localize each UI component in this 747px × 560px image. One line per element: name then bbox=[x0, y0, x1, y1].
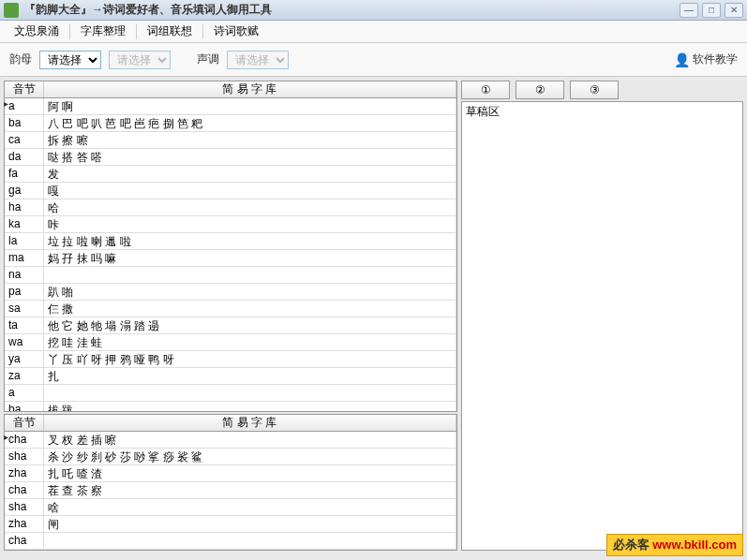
tab-2[interactable]: ② bbox=[515, 81, 564, 99]
cell-chars: 闸 bbox=[44, 516, 456, 532]
table-row[interactable]: sa仨 撒 bbox=[5, 301, 456, 317]
table-row[interactable]: da哒 搭 答 嗒 bbox=[5, 149, 456, 166]
draft-area[interactable]: 草稿区 bbox=[461, 101, 743, 551]
close-button[interactable]: ✕ bbox=[725, 3, 743, 18]
col-syllable[interactable]: 音节 bbox=[5, 81, 44, 97]
cell-syllable: zha bbox=[5, 465, 44, 481]
table-2-header: 音节 简 易 字 库 bbox=[5, 415, 456, 432]
cell-chars: 八 巴 吧 叭 芭 吧 岜 疤 捌 笆 粑 bbox=[44, 115, 456, 131]
cell-syllable: ga bbox=[5, 183, 44, 199]
cell-syllable: ca bbox=[5, 132, 44, 148]
window-title: 『韵脚大全』→诗词爱好者、音乐填词人御用工具 bbox=[24, 2, 680, 18]
menu-item-cizu[interactable]: 词组联想 bbox=[139, 20, 201, 43]
table-row[interactable]: ka咔 bbox=[5, 216, 456, 233]
table-row[interactable]: ha哈 bbox=[5, 199, 456, 216]
right-pane: ① ② ③ 草稿区 bbox=[461, 81, 743, 551]
help-link[interactable]: 软件教学 bbox=[674, 52, 738, 67]
help-icon bbox=[674, 52, 689, 67]
cell-syllable: cha bbox=[5, 533, 44, 549]
table-row[interactable]: sha啥 bbox=[5, 499, 456, 516]
cell-chars: 趴 啪 bbox=[44, 284, 456, 300]
table-row[interactable]: cha bbox=[5, 533, 456, 550]
draft-tabs: ① ② ③ bbox=[461, 81, 743, 99]
cell-chars bbox=[44, 385, 456, 401]
table-row[interactable]: ta他 它 她 牠 塌 溻 踏 遢 bbox=[5, 317, 456, 334]
table-row[interactable]: za扎 bbox=[5, 368, 456, 385]
cell-syllable: ha bbox=[5, 199, 44, 215]
watermark: 必杀客 www.bkill.com bbox=[606, 534, 743, 556]
watermark-url: www.bkill.com bbox=[652, 538, 737, 552]
cell-syllable: a bbox=[5, 98, 44, 114]
table-row[interactable]: sha杀 沙 纱 刹 砂 莎 唦 挲 痧 裟 鲨 bbox=[5, 449, 456, 465]
menu-item-ziku[interactable]: 字库整理 bbox=[72, 20, 134, 43]
table-row[interactable]: ba八 巴 吧 叭 芭 吧 岜 疤 捌 笆 粑 bbox=[5, 115, 456, 132]
app-icon bbox=[4, 3, 19, 18]
table-row[interactable]: cha叉 杈 差 插 嚓 bbox=[5, 432, 456, 449]
cell-chars bbox=[44, 267, 456, 283]
cell-chars: 咔 bbox=[44, 216, 456, 232]
cell-chars bbox=[44, 533, 456, 549]
table-row[interactable]: ba拔 跋 bbox=[5, 402, 456, 411]
table-row[interactable]: a阿 啊 bbox=[5, 98, 456, 115]
cell-syllable: ma bbox=[5, 250, 44, 266]
cell-chars: 阿 啊 bbox=[44, 98, 456, 114]
cell-syllable: ya bbox=[5, 351, 44, 367]
cell-chars: 扎 bbox=[44, 368, 456, 384]
minimize-button[interactable]: — bbox=[680, 3, 698, 18]
table-row[interactable]: la垃 拉 啦 喇 邋 啦 bbox=[5, 233, 456, 250]
help-label: 软件教学 bbox=[693, 52, 738, 67]
cell-syllable: na bbox=[5, 267, 44, 283]
rhyme-label: 韵母 bbox=[9, 52, 32, 67]
table-row[interactable]: zha闸 bbox=[5, 516, 456, 533]
cell-chars: 茬 查 茶 察 bbox=[44, 482, 456, 498]
cell-chars: 丫 压 吖 呀 押 鸦 哑 鸭 呀 bbox=[44, 351, 456, 367]
table-row[interactable]: ca拆 擦 嚓 bbox=[5, 132, 456, 149]
cell-syllable: fa bbox=[5, 166, 44, 182]
cell-chars: 妈 孖 抹 吗 嘛 bbox=[44, 250, 456, 266]
cell-chars: 发 bbox=[44, 166, 456, 182]
table-row[interactable]: wa挖 哇 洼 蛙 bbox=[5, 334, 456, 351]
cell-chars: 嘎 bbox=[44, 183, 456, 199]
divider bbox=[202, 24, 203, 39]
cell-syllable: zha bbox=[5, 516, 44, 532]
table-row[interactable]: pa趴 啪 bbox=[5, 284, 456, 301]
table-row[interactable]: ma妈 孖 抹 吗 嘛 bbox=[5, 250, 456, 267]
cell-chars: 哈 bbox=[44, 199, 456, 215]
cell-syllable: sa bbox=[5, 301, 44, 317]
table-row[interactable]: fa发 bbox=[5, 166, 456, 183]
col-chars[interactable]: 简 易 字 库 bbox=[44, 415, 456, 431]
cell-chars: 拔 跋 bbox=[44, 402, 456, 411]
cell-syllable: ta bbox=[5, 317, 44, 333]
table-2-body[interactable]: cha叉 杈 差 插 嚓sha杀 沙 纱 刹 砂 莎 唦 挲 痧 裟 鲨zha扎… bbox=[5, 432, 456, 550]
table-row[interactable]: ga嘎 bbox=[5, 183, 456, 199]
col-chars[interactable]: 简 易 字 库 bbox=[44, 81, 456, 97]
table-row[interactable]: zha扎 吒 喳 渣 bbox=[5, 465, 456, 482]
menubar: 文思泉涌 字库整理 词组联想 诗词歌赋 bbox=[0, 21, 747, 43]
table-1-body[interactable]: a阿 啊ba八 巴 吧 叭 芭 吧 岜 疤 捌 笆 粑ca拆 擦 嚓da哒 搭 … bbox=[5, 98, 456, 411]
cell-chars: 叉 杈 差 插 嚓 bbox=[44, 432, 456, 448]
table-row[interactable]: a bbox=[5, 385, 456, 402]
table-2: 音节 简 易 字 库 cha叉 杈 差 插 嚓sha杀 沙 纱 刹 砂 莎 唦 … bbox=[4, 414, 457, 551]
toolbar: 韵母 请选择 请选择 声调 请选择 软件教学 bbox=[0, 43, 747, 77]
menu-item-shici[interactable]: 诗词歌赋 bbox=[205, 20, 267, 43]
tone-label: 声调 bbox=[197, 52, 219, 67]
window-controls: — □ ✕ bbox=[680, 3, 743, 18]
table-row[interactable]: cha茬 查 茶 察 bbox=[5, 482, 456, 499]
rhyme-sub-select[interactable]: 请选择 bbox=[109, 51, 171, 69]
table-row[interactable]: na bbox=[5, 267, 456, 284]
cell-chars: 哒 搭 答 嗒 bbox=[44, 149, 456, 165]
menu-item-wensi[interactable]: 文思泉涌 bbox=[6, 20, 67, 43]
cell-chars: 仨 撒 bbox=[44, 301, 456, 317]
cell-syllable: cha bbox=[5, 482, 44, 498]
tone-select[interactable]: 请选择 bbox=[227, 51, 289, 69]
cell-syllable: za bbox=[5, 368, 44, 384]
rhyme-select[interactable]: 请选择 bbox=[39, 51, 101, 69]
cell-chars: 杀 沙 纱 刹 砂 莎 唦 挲 痧 裟 鲨 bbox=[44, 449, 456, 464]
cell-syllable: ba bbox=[5, 115, 44, 131]
tab-3[interactable]: ③ bbox=[570, 81, 619, 99]
table-row[interactable]: ya丫 压 吖 呀 押 鸦 哑 鸭 呀 bbox=[5, 351, 456, 368]
col-syllable[interactable]: 音节 bbox=[5, 415, 44, 431]
cell-chars: 拆 擦 嚓 bbox=[44, 132, 456, 148]
maximize-button[interactable]: □ bbox=[702, 3, 721, 18]
tab-1[interactable]: ① bbox=[461, 81, 510, 99]
